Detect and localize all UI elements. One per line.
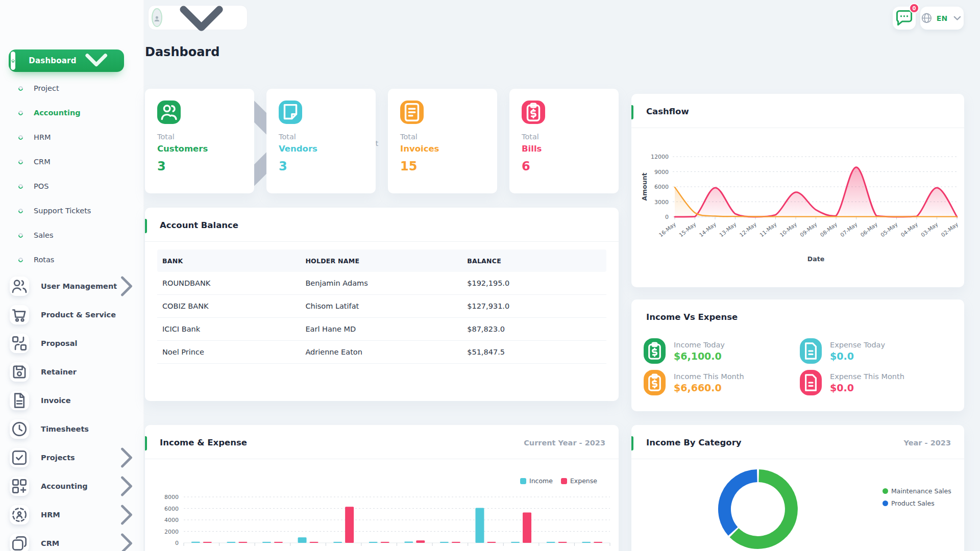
stat-value: 3 xyxy=(157,159,242,173)
check-square-icon xyxy=(10,448,29,467)
sidebar-item-pos[interactable]: POS xyxy=(0,174,144,198)
bullet-icon xyxy=(17,85,24,92)
clipboard-dollar-icon xyxy=(644,370,666,395)
language-selector[interactable]: EN xyxy=(920,7,964,30)
stat-name: Vendors xyxy=(279,144,363,154)
card-title: Cashflow xyxy=(646,107,689,116)
svg-text:03-May: 03-May xyxy=(920,221,939,238)
cell-balance: $127,931.0 xyxy=(467,302,606,310)
card-title: Income Vs Expense xyxy=(646,312,738,322)
sidebar-item-invoice[interactable]: Invoice xyxy=(0,386,144,415)
sidebar-submenu: ProjectAccountingHRMCRMPOSSupport Ticket… xyxy=(0,76,144,272)
bullet-icon xyxy=(17,208,24,214)
clock-icon xyxy=(10,419,29,439)
income-vs-expense-card: Income Vs Expense Income Today$6,100.0Ex… xyxy=(631,299,964,411)
avatar xyxy=(152,8,162,27)
chevron-down-icon xyxy=(77,40,116,79)
card-title: Income & Expense xyxy=(160,438,247,447)
income-expense-chart: 02000400060008000 xyxy=(145,490,619,551)
divider xyxy=(631,459,964,459)
sidebar-item-accounting[interactable]: Accounting xyxy=(0,101,144,125)
person-icon xyxy=(153,10,161,27)
legend-label: Expense xyxy=(570,477,597,485)
period-label: Current Year - 2023 xyxy=(524,439,605,447)
sidebar-item-retainer[interactable]: Retainer xyxy=(0,358,144,386)
sidebar-item-label: Sales xyxy=(34,231,54,239)
messages-button[interactable]: 0 xyxy=(893,7,916,30)
bills-icon xyxy=(522,101,545,124)
sidebar-item-sales[interactable]: Sales xyxy=(0,223,144,247)
svg-text:Amount: Amount xyxy=(641,172,648,201)
metric-label: Expense Today xyxy=(830,341,885,349)
cell-holder-name: Chisom Latifat xyxy=(305,302,467,310)
sidebar-item-hrm[interactable]: HRM xyxy=(0,125,144,149)
svg-text:6000: 6000 xyxy=(654,184,669,190)
sidebar-item-label: User Management xyxy=(41,282,117,290)
income-by-category-chart xyxy=(715,466,801,551)
sidebar-item-crm[interactable]: CRM xyxy=(0,529,144,551)
save-icon xyxy=(10,362,29,382)
sidebar-item-label: Proposal xyxy=(41,339,77,347)
bullet-icon xyxy=(17,232,24,239)
hrm-icon xyxy=(10,505,29,524)
sidebar-item-label: CRM xyxy=(41,539,59,547)
stat-name: Customers xyxy=(157,144,242,154)
sidebar-item-label: Projects xyxy=(41,454,75,462)
sidebar-item-crm[interactable]: CRM xyxy=(0,149,144,174)
cell-holder-name: Benjamin Adams xyxy=(305,279,467,287)
metric-income-this-month: Income This Month$6,660.0 xyxy=(644,370,744,395)
stat-value: 15 xyxy=(400,159,485,173)
metric-label: Income Today xyxy=(674,341,725,349)
sidebar-item-hrm[interactable]: HRM xyxy=(0,500,144,529)
file-icon xyxy=(800,370,822,395)
sidebar-item-rotas[interactable]: Rotas xyxy=(0,247,144,272)
legend-label: Product Sales xyxy=(891,499,935,507)
stat-value: 6 xyxy=(522,159,606,173)
table-row: COBIZ BANKChisom Latifat$127,931.0 xyxy=(157,295,606,318)
chart-legend: Maintenance SalesProduct Sales xyxy=(883,487,951,507)
sidebar-item-label: Project xyxy=(34,84,59,92)
stat-name: Bills xyxy=(522,144,606,154)
svg-text:05-May: 05-May xyxy=(879,221,899,238)
sidebar-item-product-service[interactable]: Product & Service xyxy=(0,300,144,329)
stat-value: 3 xyxy=(279,159,363,173)
svg-text:06-May: 06-May xyxy=(859,221,878,238)
stat-card-bills: TotalBills6 xyxy=(509,89,619,193)
legend-swatch xyxy=(561,478,567,484)
chart-legend: IncomeExpense xyxy=(520,477,597,485)
stat-top-label: Total xyxy=(522,133,606,141)
bullet-icon xyxy=(17,134,24,141)
metric-label: Income This Month xyxy=(674,372,744,381)
accent-bar xyxy=(145,436,147,450)
legend-item-income[interactable]: Income xyxy=(520,477,553,485)
legend-item-expense[interactable]: Expense xyxy=(561,477,597,485)
profile-menu[interactable] xyxy=(148,5,248,30)
sidebar-item-accounting[interactable]: Accounting xyxy=(0,472,144,500)
sidebar-item-project[interactable]: Project xyxy=(0,76,144,101)
table-header: BANK HOLDER NAME BALANCE xyxy=(157,249,606,272)
accent-bar xyxy=(631,436,633,450)
sidebar-item-proposal[interactable]: Proposal xyxy=(0,329,144,358)
cell-bank: ICICI Bank xyxy=(157,325,305,333)
sidebar-item-projects[interactable]: Projects xyxy=(0,443,144,472)
bullet-icon xyxy=(17,110,24,116)
sidebar-menu: User ManagementProduct & ServiceProposal… xyxy=(0,272,144,551)
svg-text:6000: 6000 xyxy=(164,506,179,512)
globe-icon xyxy=(920,12,933,24)
stat-top-label: Total xyxy=(157,133,242,141)
sidebar-item-label: Product & Service xyxy=(41,311,116,319)
legend-item-maintenance-sales[interactable]: Maintenance Sales xyxy=(883,487,951,495)
table-row: ICICI BankEarl Hane MD$87,823.0 xyxy=(157,318,606,341)
cell-bank: Noel Prince xyxy=(157,348,305,356)
svg-text:8000: 8000 xyxy=(164,494,179,500)
svg-text:0: 0 xyxy=(665,214,669,220)
divider xyxy=(145,459,619,459)
svg-text:12000: 12000 xyxy=(651,154,669,160)
sidebar-item-user-management[interactable]: User Management xyxy=(0,272,144,300)
sidebar-item-label: HRM xyxy=(41,511,60,519)
legend-item-product-sales[interactable]: Product Sales xyxy=(883,499,951,507)
stat-card-vendors: TotalVendors3 xyxy=(266,89,376,193)
sidebar-item-timesheets[interactable]: Timesheets xyxy=(0,415,144,443)
sidebar-item-dashboard[interactable]: Dashboard xyxy=(9,49,124,72)
sidebar-item-support-tickets[interactable]: Support Tickets xyxy=(0,198,144,223)
